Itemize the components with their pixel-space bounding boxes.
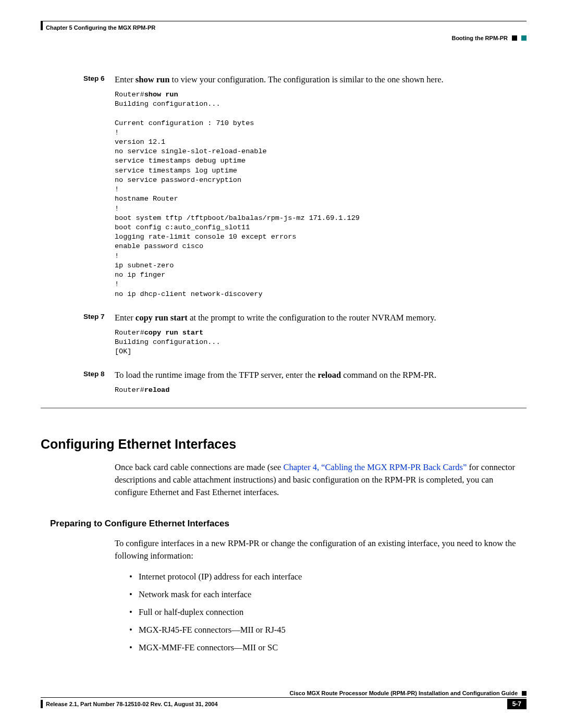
footer-guide: Cisco MGX Route Processor Module (RPM-PR… — [289, 690, 518, 696]
page-header: Chapter 5 Configuring the MGX RPM-PR Boo… — [41, 21, 527, 41]
step7-label: Step 7 — [83, 312, 115, 324]
step8-text: To load the runtime image from the TFTP … — [115, 369, 527, 381]
list-item: MGX-RJ45-FE connectors—MII or RJ-45 — [129, 624, 527, 636]
chapter4-link[interactable]: Chapter 4, “Cabling the MGX RPM-PR Back … — [283, 462, 467, 472]
step7-text: Enter copy run start at the prompt to wr… — [115, 312, 527, 324]
list-item: Internet protocol (IP) address for each … — [129, 571, 527, 583]
page-footer: Cisco MGX Route Processor Module (RPM-PR… — [41, 690, 527, 709]
step7-code: Router#copy run start Building configura… — [115, 328, 527, 357]
footer-vbar-icon — [41, 700, 43, 708]
subsection-title: Preparing to Configure Ethernet Interfac… — [50, 519, 527, 529]
step6-text: Enter show run to view your configuratio… — [115, 73, 527, 86]
list-item: Full or half-duplex connection — [129, 606, 527, 619]
step6-label: Step 6 — [83, 73, 115, 86]
header-square-teal — [521, 35, 527, 41]
list-item: MGX-MMF-FE connectors—MII or SC — [129, 641, 527, 654]
bullet-list: Internet protocol (IP) address for each … — [129, 571, 527, 654]
step8-label: Step 8 — [83, 369, 115, 381]
header-section: Booting the RPM-PR — [451, 35, 508, 41]
separator — [41, 408, 527, 409]
section-para: Once back card cable connections are mad… — [115, 461, 527, 499]
chapter-label: Chapter 5 Configuring the MGX RPM-PR — [41, 24, 527, 31]
header-square-dark — [512, 35, 517, 41]
footer-release: Release 2.1, Part Number 78-12510-02 Rev… — [46, 701, 218, 707]
list-item: Network mask for each interface — [129, 588, 527, 601]
step8-code: Router#reload — [115, 386, 527, 395]
page-number: 5-7 — [507, 699, 527, 709]
footer-square-icon — [522, 691, 527, 696]
section-title: Configuring Ethernet Interfaces — [41, 437, 527, 452]
step6-code: Router#show run Building configuration..… — [115, 90, 527, 299]
subsection-para: To configure interfaces in a new RPM-PR … — [115, 537, 527, 562]
